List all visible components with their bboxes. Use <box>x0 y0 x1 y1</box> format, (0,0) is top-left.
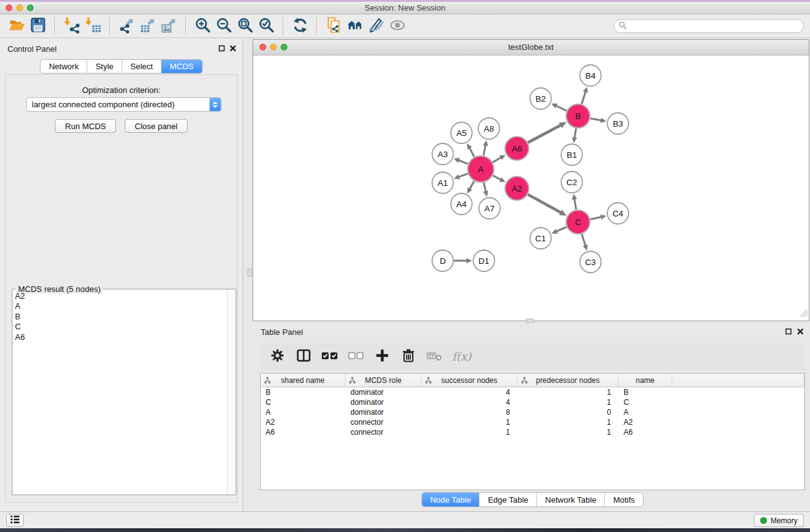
tab-motifs[interactable]: Motifs <box>604 493 643 506</box>
new-session-from-network-button[interactable] <box>323 16 344 37</box>
table-row[interactable]: A2connector11A2 <box>261 417 804 427</box>
table-cell[interactable]: A2 <box>261 417 345 427</box>
tab-node-table[interactable]: Node Table <box>422 493 480 506</box>
table-cell[interactable]: A6 <box>261 427 345 437</box>
export-table-button[interactable] <box>137 16 158 37</box>
table-cell[interactable]: B <box>261 387 345 397</box>
float-panel-button[interactable] <box>218 45 226 53</box>
graph-edge-A6-B[interactable] <box>528 125 562 143</box>
table-cell[interactable]: 4 <box>422 397 518 407</box>
table-cell[interactable]: 1 <box>518 387 619 397</box>
graph-edge-A-A3[interactable] <box>458 160 468 164</box>
graph-edge-B-B4[interactable] <box>582 91 586 104</box>
run-mcds-button[interactable]: Run MCDS <box>55 119 116 133</box>
graph-edge-B-B3[interactable] <box>591 118 602 121</box>
open-session-button[interactable] <box>6 16 27 37</box>
task-history-button[interactable] <box>6 514 24 527</box>
graph-edge-A-A4[interactable] <box>470 181 475 190</box>
graph-edge-A-A7[interactable] <box>484 182 486 192</box>
vertical-split-handle[interactable] <box>248 269 252 277</box>
mcds-result-item[interactable]: C <box>12 322 227 332</box>
zoom-fit-button[interactable] <box>234 16 256 37</box>
zoom-out-button[interactable] <box>213 16 234 37</box>
deselect-all-button[interactable] <box>345 346 367 368</box>
graph-edge-B-B2[interactable] <box>556 105 567 111</box>
table-cell[interactable]: C <box>261 397 345 407</box>
tab-network-table[interactable]: Network Table <box>536 493 604 506</box>
table-row[interactable]: Bdominator41B <box>261 387 804 397</box>
table-cell[interactable]: 8 <box>422 407 518 417</box>
mcds-result-item[interactable]: B <box>12 312 227 322</box>
criterion-select[interactable]: largest connected component (directed) <box>26 97 221 112</box>
table-cell[interactable]: dominator <box>345 407 422 417</box>
zoom-in-button[interactable] <box>192 16 213 37</box>
refresh-button[interactable] <box>289 16 311 37</box>
zoom-selected-button[interactable] <box>256 16 277 37</box>
search-input[interactable] <box>629 21 803 32</box>
add-button[interactable] <box>371 346 393 368</box>
network-canvas[interactable]: B4B2BB3A8A5A6A3B1AA1C2A2A4A7C4CC1C3DD1 <box>253 56 809 321</box>
graph-edge-A-A6[interactable] <box>493 157 502 162</box>
export-network-button[interactable] <box>116 16 137 37</box>
graph-edge-C-C2[interactable] <box>574 198 576 210</box>
column-header-name[interactable]: name <box>619 374 672 387</box>
close-table-panel-button[interactable] <box>796 328 804 336</box>
close-panel-button2[interactable]: Close panel <box>125 119 188 133</box>
tab-network[interactable]: Network <box>41 60 87 73</box>
delete-table-button[interactable] <box>423 346 446 368</box>
mcds-result-item[interactable]: A6 <box>12 332 227 342</box>
import-network-button[interactable] <box>61 16 82 37</box>
result-scrollbar[interactable] <box>227 289 236 495</box>
settings-button[interactable] <box>266 346 289 368</box>
mcds-result-item[interactable]: A2 <box>12 291 227 301</box>
column-header-shared-name[interactable]: shared name <box>261 374 345 387</box>
save-session-button[interactable] <box>27 16 49 37</box>
float-table-panel-button[interactable] <box>784 328 793 336</box>
graph-edge-C-C3[interactable] <box>582 234 586 246</box>
table-cell[interactable]: connector <box>345 417 422 427</box>
tab-mcds[interactable]: MCDS <box>161 60 201 73</box>
tab-select[interactable]: Select <box>122 60 161 73</box>
table-row[interactable]: Cdominator41C <box>261 397 804 407</box>
show-columns-button[interactable] <box>292 346 315 368</box>
close-panel-button[interactable] <box>229 45 237 53</box>
mcds-result-item[interactable]: A <box>12 301 227 311</box>
graph-edge-A-A2[interactable] <box>493 175 501 180</box>
column-header-mcds-role[interactable]: MCDS role <box>345 374 422 387</box>
export-image-button[interactable] <box>158 16 180 37</box>
graph-edge-A-A8[interactable] <box>483 144 486 155</box>
table-cell[interactable]: connector <box>345 427 422 437</box>
graph-edge-A-A1[interactable] <box>458 173 468 177</box>
table-cell[interactable]: dominator <box>345 387 422 397</box>
table-cell[interactable]: A2 <box>619 417 672 427</box>
delete-button[interactable] <box>397 346 420 368</box>
hide-graphics-details-button[interactable] <box>365 16 387 37</box>
memory-button[interactable]: Memory <box>754 514 804 527</box>
import-table-button[interactable] <box>82 16 104 37</box>
show-hide-view-button[interactable] <box>387 16 408 37</box>
table-cell[interactable]: dominator <box>345 397 422 407</box>
table-cell[interactable]: 1 <box>518 427 619 437</box>
table-cell[interactable]: B <box>619 387 672 397</box>
search-box[interactable] <box>614 19 804 33</box>
graph-edge-A2-C[interactable] <box>528 195 562 213</box>
table-row[interactable]: A6connector11A6 <box>261 427 804 437</box>
tab-edge-table[interactable]: Edge Table <box>479 493 536 506</box>
graph-edge-C-C4[interactable] <box>591 217 602 220</box>
graph-edge-B-B1[interactable] <box>574 128 576 139</box>
select-all-button[interactable] <box>319 346 341 368</box>
table-cell[interactable]: 0 <box>518 407 619 417</box>
tab-style[interactable]: Style <box>87 60 122 73</box>
table-cell[interactable]: A6 <box>619 427 672 437</box>
graph-edge-A-A5[interactable] <box>469 147 474 157</box>
column-header-successor-nodes[interactable]: successor nodes <box>422 374 518 387</box>
table-row[interactable]: Adominator80A <box>261 407 804 417</box>
column-header-predecessor-nodes[interactable]: predecessor nodes <box>518 374 619 387</box>
table-cell[interactable]: 1 <box>518 397 619 407</box>
function-builder-button[interactable]: f(x) <box>452 350 471 363</box>
table-cell[interactable]: 1 <box>422 427 518 437</box>
resize-grip-icon[interactable] <box>800 309 808 320</box>
table-cell[interactable]: 1 <box>422 417 518 427</box>
table-cell[interactable]: A <box>261 407 345 417</box>
open-browser-button[interactable] <box>344 16 365 37</box>
